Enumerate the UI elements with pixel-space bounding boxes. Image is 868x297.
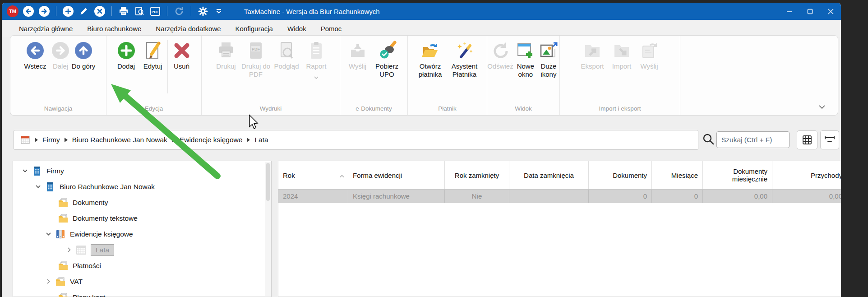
raport-dropdown-caret [314, 73, 319, 81]
years-table: Rok Forma ewidencji Rok zamknięty Data z… [278, 161, 841, 297]
ribbon-collapse-chevron-icon[interactable] [816, 102, 828, 111]
tree-item-label: VAT [70, 278, 83, 286]
tree-item-biuro[interactable]: Biuro Rachunkowe Jan Nowak [13, 179, 271, 195]
otworz-platnika-button[interactable]: Otwórz płatnika [413, 39, 448, 78]
scrollbar-thumb[interactable] [266, 163, 270, 201]
search-input[interactable] [716, 131, 790, 148]
print-preview-icon[interactable] [133, 5, 146, 18]
forward-circle-icon [50, 40, 71, 61]
group-label: Edycja [106, 105, 201, 115]
company-tree-panel: Firmy Biuro Rachunkowe Jan Nowak Dokumen… [13, 161, 272, 297]
stamp-check-icon [377, 40, 397, 61]
new-window-icon [515, 40, 536, 61]
ribbon-group-import-eksport: Eksport Import Wyślij Import i eksport [560, 36, 680, 115]
print-icon[interactable] [117, 5, 130, 18]
app-window: TM [2, 3, 841, 297]
duze-ikony-button[interactable]: Duże ikony [538, 39, 559, 78]
column-header-dokumenty-miesiecznie[interactable]: Dokumenty miesięcznie [703, 161, 772, 189]
chevron-right-icon[interactable] [65, 246, 73, 254]
pobierz-upo-button[interactable]: Pobierz UPO [371, 39, 403, 78]
chevron-down-icon[interactable] [34, 183, 42, 190]
breadcrumb[interactable]: Firmy Biuro Rachunkowe Jan Nowak Ewidenc… [14, 130, 698, 150]
pdf-icon[interactable]: PDF [149, 5, 162, 18]
refresh-icon [490, 40, 511, 61]
back-icon[interactable] [22, 5, 35, 18]
breadcrumb-item-ewidencje[interactable]: Ewidencje księgowe [178, 136, 245, 144]
tree-item-label: Płatności [73, 262, 101, 270]
column-header-data-zamkniecia[interactable]: Data zamknięcia [509, 161, 589, 189]
eksport-button: Eksport [577, 39, 608, 70]
tab-widok[interactable]: Widok [280, 20, 314, 37]
magic-wand-icon [454, 40, 475, 61]
cell-data-zamkniecia [509, 190, 589, 203]
svg-text:PDF: PDF [252, 47, 260, 51]
column-header-rok[interactable]: Rok [278, 161, 348, 189]
tab-narzedzia-glowne[interactable]: Narzędzia główne [12, 20, 80, 37]
tree-item-firmy[interactable]: Firmy [13, 163, 271, 179]
tab-biuro-rachunkowe[interactable]: Biuro rachunkowe [80, 20, 148, 37]
breadcrumb-item-biuro[interactable]: Biuro Rachunkowe Jan Nowak [70, 136, 169, 144]
open-folder-icon [420, 40, 441, 61]
edit-pencil-icon[interactable] [78, 5, 90, 18]
add-circle-icon[interactable] [62, 5, 74, 18]
dodaj-button[interactable]: Dodaj [113, 39, 139, 70]
close-icon[interactable] [820, 3, 841, 20]
chevron-down-icon[interactable] [212, 5, 225, 18]
tree-item-platnosci[interactable]: Płatności [13, 258, 271, 274]
pdf-icon: PDF [245, 40, 266, 61]
chevron-down-icon[interactable] [45, 231, 52, 238]
breadcrumb-separator-icon [172, 138, 175, 142]
tree-item-vat[interactable]: VAT [13, 274, 271, 289]
ribbon-group-platnik: Otwórz płatnika Asystent Płatnika Płatni… [408, 36, 487, 115]
building-icon [45, 181, 55, 192]
edit-page-pencil-icon [143, 40, 163, 61]
folder-icon [58, 292, 69, 297]
column-header-forma-ewidencji[interactable]: Forma ewidencji [348, 161, 445, 189]
tree-item-dokumenty-tekstowe[interactable]: Dokumenty tekstowe [13, 210, 271, 226]
usun-button[interactable]: Usuń [169, 39, 195, 70]
tab-pomoc[interactable]: Pomoc [314, 20, 349, 37]
delete-circle-icon[interactable] [93, 5, 106, 18]
column-header-dokumenty[interactable]: Dokumenty [589, 161, 652, 189]
tree-item-ewidencje-ksiegowe[interactable]: Ewidencje księgowe [13, 226, 271, 242]
forward-icon[interactable] [38, 5, 51, 18]
tree-item-lata[interactable]: Lata [13, 242, 271, 258]
tab-konfiguracja[interactable]: Konfiguracja [228, 20, 280, 37]
grid-view-button[interactable] [797, 130, 817, 149]
asystent-platnika-button[interactable]: Asystent Płatnika [448, 39, 482, 78]
settings-gear-icon[interactable] [197, 5, 209, 18]
preview-icon [276, 40, 297, 61]
table-row-2024[interactable]: 2024 Księgi rachunkowe Nie 0 0 0,00 0,00 [278, 190, 841, 203]
back-circle-icon [25, 40, 46, 61]
drukuj-button: Drukuj [211, 39, 241, 70]
wyslij-edok-button: Wyślij [345, 39, 371, 70]
tree-item-dokumenty[interactable]: Dokumenty [13, 195, 271, 210]
edytuj-button[interactable]: Edytuj [139, 39, 166, 70]
ribbon-inner-separator [167, 40, 168, 93]
chevron-down-icon[interactable] [21, 167, 28, 175]
tree-item-plany-kont[interactable]: Plany kont [13, 289, 271, 297]
search-icon [702, 133, 716, 146]
add-circle-icon [116, 40, 137, 61]
breadcrumb-item-firmy[interactable]: Firmy [41, 136, 62, 144]
tab-narzedzia-dodatkowe[interactable]: Narzędzia dodatkowe [148, 20, 228, 37]
tree-item-label: Biuro Rachunkowe Jan Nowak [60, 183, 155, 191]
nowe-okno-button[interactable]: Nowe okno [514, 39, 537, 78]
drukuj-do-pdf-button: PDF Drukuj do PDF [241, 39, 271, 78]
breadcrumb-separator-icon [35, 138, 38, 142]
wstecz-button[interactable]: Wstecz [21, 39, 50, 70]
column-header-miesiace[interactable]: Miesiące [652, 161, 703, 189]
minimize-icon[interactable] [779, 3, 799, 20]
folder-icon [58, 197, 69, 208]
tree-scrollbar[interactable] [265, 162, 271, 296]
maximize-icon[interactable] [799, 3, 820, 20]
column-header-przychody[interactable]: Przychody [772, 161, 841, 189]
calendar-icon [20, 135, 30, 145]
chevron-right-icon[interactable] [45, 278, 52, 285]
breadcrumb-item-lata[interactable]: Lata [253, 136, 270, 144]
ribbon-group-widok: Odśwież Nowe okno Duże ikony Widok [487, 36, 560, 115]
do-gory-button[interactable]: Do góry [71, 39, 96, 70]
group-label: Widok [487, 105, 559, 115]
filter-button[interactable] [820, 130, 839, 149]
column-header-rok-zamkniety[interactable]: Rok zamknięty [445, 161, 509, 189]
